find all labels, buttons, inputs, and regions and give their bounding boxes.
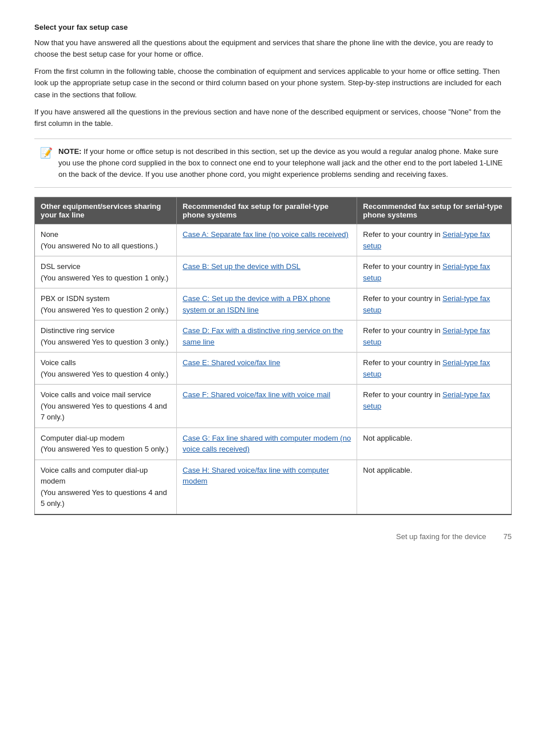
parallel-link[interactable]: Case H: Shared voice/fax line with compu… [183,466,329,486]
cell-serial: Not applicable. [357,460,512,514]
table-row: PBX or ISDN system(You answered Yes to q… [35,288,512,320]
cell-parallel[interactable]: Case B: Set up the device with DSL [177,256,357,288]
cell-equipment: Distinctive ring service(You answered Ye… [35,320,177,353]
cell-equipment: Voice calls and computer dial-up modem(Y… [35,460,177,514]
table-row: Voice calls(You answered Yes to question… [35,353,512,385]
cell-parallel[interactable]: Case G: Fax line shared with computer mo… [177,428,357,460]
table-header-parallel: Recommended fax setup for parallel-type … [177,197,357,224]
note-label: NOTE: [58,147,81,156]
cell-parallel[interactable]: Case F: Shared voice/fax line with voice… [177,385,357,428]
cell-serial: Not applicable. [357,428,512,460]
cell-serial[interactable]: Refer to your country in Serial-type fax… [357,224,512,256]
parallel-link[interactable]: Case B: Set up the device with DSL [183,262,300,271]
table-row: None(You answered No to all questions.)C… [35,224,512,256]
note-box: 📝 NOTE: If your home or office setup is … [34,138,512,188]
parallel-link[interactable]: Case G: Fax line shared with computer mo… [183,434,351,454]
parallel-link[interactable]: Case F: Shared voice/fax line with voice… [183,390,330,399]
serial-link[interactable]: Serial-type fax setup [363,358,490,378]
cell-parallel[interactable]: Case D: Fax with a distinctive ring serv… [177,320,357,353]
cell-parallel[interactable]: Case E: Shared voice/fax line [177,353,357,385]
cell-equipment: Computer dial-up modem(You answered Yes … [35,428,177,460]
note-body: If your home or office setup is not desc… [58,147,503,179]
note-content: NOTE: If your home or office setup is no… [58,146,506,180]
cell-equipment: None(You answered No to all questions.) [35,224,177,256]
cell-serial[interactable]: Refer to your country in Serial-type fax… [357,353,512,385]
serial-link[interactable]: Serial-type fax setup [363,294,490,314]
parallel-link[interactable]: Case E: Shared voice/fax line [183,358,280,367]
serial-link[interactable]: Serial-type fax setup [363,390,490,410]
fax-setup-table: Other equipment/services sharing your fa… [34,197,512,515]
table-header-serial: Recommended fax setup for serial-type ph… [357,197,512,224]
cell-serial[interactable]: Refer to your country in Serial-type fax… [357,256,512,288]
parallel-link[interactable]: Case C: Set up the device with a PBX pho… [183,294,330,314]
table-header-equipment: Other equipment/services sharing your fa… [35,197,177,224]
paragraph-1: Now that you have answered all the quest… [34,37,512,60]
table-row: Voice calls and computer dial-up modem(Y… [35,460,512,514]
table-row: Distinctive ring service(You answered Ye… [35,320,512,353]
cell-equipment: Voice calls and voice mail service(You a… [35,385,177,428]
cell-parallel[interactable]: Case A: Separate fax line (no voice call… [177,224,357,256]
serial-link[interactable]: Serial-type fax setup [363,230,490,250]
table-row: Computer dial-up modem(You answered Yes … [35,428,512,460]
cell-serial[interactable]: Refer to your country in Serial-type fax… [357,385,512,428]
parallel-link[interactable]: Case D: Fax with a distinctive ring serv… [183,326,343,346]
table-row: DSL service(You answered Yes to question… [35,256,512,288]
section-title: Select your fax setup case [34,23,512,31]
parallel-link[interactable]: Case A: Separate fax line (no voice call… [183,230,349,239]
footer-section-label: Set up faxing for the device [396,532,486,541]
page-footer: Set up faxing for the device 75 [34,532,512,541]
cell-parallel[interactable]: Case C: Set up the device with a PBX pho… [177,288,357,320]
cell-serial[interactable]: Refer to your country in Serial-type fax… [357,288,512,320]
cell-serial[interactable]: Refer to your country in Serial-type fax… [357,320,512,353]
paragraph-2: From the first column in the following t… [34,66,512,100]
page-number: 75 [504,532,512,541]
serial-link[interactable]: Serial-type fax setup [363,326,490,346]
table-row: Voice calls and voice mail service(You a… [35,385,512,428]
cell-equipment: Voice calls(You answered Yes to question… [35,353,177,385]
cell-parallel[interactable]: Case H: Shared voice/fax line with compu… [177,460,357,514]
paragraph-3: If you have answered all the questions i… [34,106,512,129]
cell-equipment: PBX or ISDN system(You answered Yes to q… [35,288,177,320]
note-icon: 📝 [40,147,53,159]
cell-equipment: DSL service(You answered Yes to question… [35,256,177,288]
serial-link[interactable]: Serial-type fax setup [363,262,490,282]
